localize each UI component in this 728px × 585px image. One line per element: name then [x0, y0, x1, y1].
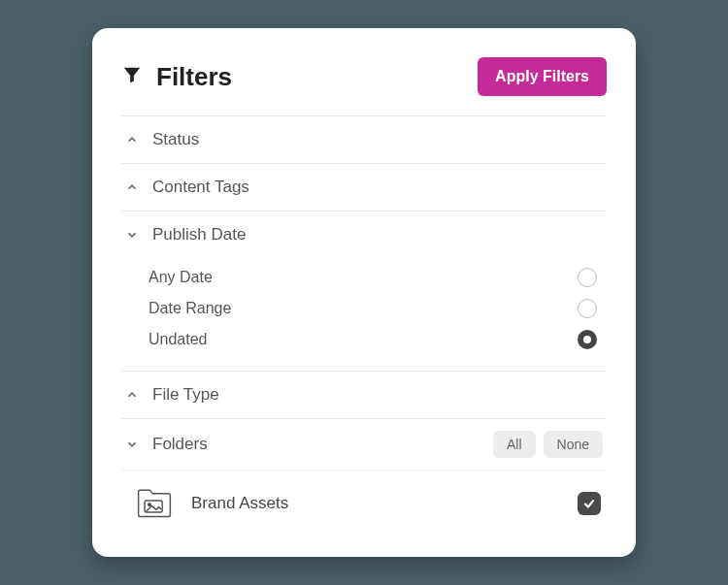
check-icon: [582, 497, 596, 510]
folder-item-left: Brand Assets: [135, 484, 288, 523]
funnel-icon: [121, 64, 143, 89]
header-left: Filters: [121, 62, 232, 92]
section-header-publish-date[interactable]: Publish Date: [121, 211, 607, 258]
publish-date-options: Any Date Date Range Undated: [121, 258, 607, 371]
folder-item-label: Brand Assets: [191, 494, 288, 513]
panel-title: Filters: [156, 62, 232, 92]
section-folders: Folders All None Brand Assets: [121, 418, 607, 536]
chevron-up-icon: [125, 388, 139, 402]
svg-point-1: [149, 504, 151, 506]
section-header-content-tags[interactable]: Content Tags: [121, 164, 607, 211]
radio-any-date[interactable]: [578, 268, 597, 287]
folder-item-brand-assets[interactable]: Brand Assets: [121, 470, 607, 536]
panel-header: Filters Apply Filters: [121, 57, 607, 96]
option-label-date-range: Date Range: [149, 300, 231, 317]
section-header-status[interactable]: Status: [121, 116, 607, 163]
option-label-any-date: Any Date: [149, 269, 213, 286]
option-date-range[interactable]: Date Range: [149, 293, 607, 324]
select-all-button[interactable]: All: [493, 431, 536, 458]
section-label-publish-date: Publish Date: [152, 225, 246, 244]
chevron-down-icon: [125, 438, 139, 451]
folder-icon: [135, 484, 174, 523]
option-label-undated: Undated: [149, 331, 208, 348]
radio-date-range[interactable]: [578, 299, 597, 318]
filters-panel: Filters Apply Filters Status Content Tag…: [92, 28, 636, 557]
section-header-folders: Folders All None: [121, 419, 607, 470]
section-label-content-tags: Content Tags: [152, 178, 249, 197]
chevron-up-icon: [125, 133, 139, 146]
section-status: Status: [121, 115, 607, 163]
chevron-up-icon: [125, 180, 139, 194]
apply-filters-button[interactable]: Apply Filters: [478, 57, 607, 96]
section-label-folders: Folders: [152, 435, 208, 454]
section-header-file-type[interactable]: File Type: [121, 372, 607, 418]
section-publish-date: Publish Date Any Date Date Range Undated: [121, 211, 607, 371]
section-label-file-type: File Type: [152, 385, 219, 405]
folder-checkbox-brand-assets[interactable]: [578, 492, 601, 515]
folders-select-pills: All None: [493, 431, 603, 458]
section-file-type: File Type: [121, 371, 607, 418]
option-undated[interactable]: Undated: [149, 324, 607, 355]
folders-header-left[interactable]: Folders: [125, 435, 208, 454]
option-any-date[interactable]: Any Date: [149, 262, 607, 293]
radio-undated[interactable]: [578, 330, 597, 349]
section-label-status: Status: [152, 130, 199, 149]
chevron-down-icon: [125, 228, 139, 242]
select-none-button[interactable]: None: [544, 431, 603, 458]
section-content-tags: Content Tags: [121, 163, 607, 211]
